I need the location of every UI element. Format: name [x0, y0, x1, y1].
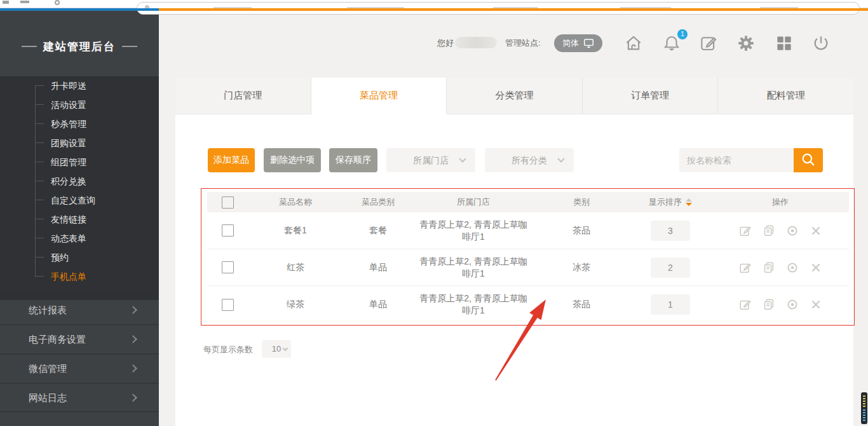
sort-toggle[interactable]	[686, 198, 692, 206]
sidebar-item-label: 升卡即送	[51, 81, 86, 91]
sort-order-input[interactable]: 3	[651, 221, 690, 241]
tree-tick	[35, 219, 44, 219]
compose-icon[interactable]	[699, 34, 718, 53]
sidebar-item-group-buy[interactable]: 团购设置	[0, 134, 159, 153]
sidebar-item-friend-links[interactable]: 友情链接	[0, 210, 159, 229]
tree-tick	[35, 276, 44, 277]
sidebar-item-dynamic-form[interactable]: 动态表单	[0, 229, 159, 248]
col-store: 所属门店	[413, 196, 534, 208]
dish-stores: 青青原上草2, 青青原上草咖啡厅1	[419, 292, 528, 317]
row-checkbox[interactable]	[222, 224, 234, 237]
view-icon[interactable]	[785, 224, 799, 238]
category-filter-dropdown[interactable]: 所有分类	[485, 148, 574, 172]
tab-label: 菜品管理	[360, 90, 398, 102]
tab-category-mgmt[interactable]: 分类管理	[447, 78, 583, 114]
delete-icon[interactable]	[809, 261, 823, 275]
tab-label: 配料管理	[767, 90, 805, 102]
sort-asc-icon[interactable]	[686, 198, 692, 202]
table-row: 绿茶 单品 青青原上草2, 青青原上草咖啡厅1 茶品 1	[207, 286, 849, 323]
dish-type: 单品	[343, 262, 413, 273]
sidebar-accent-bar	[0, 8, 159, 11]
chevron-down-icon	[459, 155, 466, 162]
language-pill-button[interactable]: 简体	[554, 34, 602, 52]
copy-icon[interactable]	[762, 298, 776, 312]
add-dish-button[interactable]: 添加菜品	[208, 148, 255, 172]
select-all-checkbox[interactable]	[222, 196, 234, 209]
copy-icon[interactable]	[762, 261, 776, 275]
search-input[interactable]	[679, 148, 794, 172]
col-dish-name: 菜品名称	[248, 196, 343, 208]
tree-tick	[35, 181, 44, 181]
dish-name: 绿茶	[248, 299, 343, 310]
settings-icon[interactable]	[736, 34, 756, 53]
sidebar-item-upgrade-gift[interactable]: 升卡即送	[0, 76, 159, 95]
sidebar-item-points-exchange[interactable]: 积分兑换	[0, 172, 159, 191]
language-label: 简体	[562, 38, 579, 49]
store-filter-dropdown[interactable]: 所属门店	[386, 148, 475, 172]
dish-name: 红茶	[248, 262, 343, 273]
section-label: 网站日志	[29, 392, 67, 403]
store-filter-label: 所属门店	[413, 155, 449, 165]
dish-category: 茶品	[534, 299, 629, 310]
delete-icon[interactable]	[809, 298, 823, 312]
sidebar-section-ecommerce[interactable]: 电子商务设置	[0, 324, 159, 354]
dish-type: 套餐	[343, 225, 413, 237]
tree-tick	[35, 104, 44, 105]
row-checkbox[interactable]	[222, 299, 234, 311]
sidebar-item-label: 秒杀管理	[51, 119, 86, 129]
home-icon[interactable]	[624, 34, 643, 53]
logo-dash-right	[122, 46, 137, 47]
edit-icon[interactable]	[738, 261, 752, 275]
sidebar-section-site-logs[interactable]: 网站日志	[0, 383, 159, 412]
save-order-button[interactable]: 保存顺序	[329, 148, 377, 172]
copy-icon[interactable]	[762, 224, 776, 238]
sort-order-input[interactable]: 2	[651, 258, 690, 278]
browser-chrome-strip	[0, 0, 868, 8]
greeting-text: 您好	[437, 35, 454, 52]
sidebar-item-activity-settings[interactable]: 活动设置	[0, 95, 159, 114]
scrollbar-thumb[interactable]	[861, 392, 867, 424]
col-category: 类别	[534, 196, 629, 208]
sidebar-item-flash-sale[interactable]: 秒杀管理	[0, 114, 159, 134]
edit-icon[interactable]	[738, 298, 752, 312]
tab-dish-mgmt[interactable]: 菜品管理	[311, 78, 447, 114]
sidebar-item-label: 友情链接	[51, 214, 86, 224]
sidebar-item-label: 积分兑换	[51, 176, 86, 186]
monitor-icon	[583, 38, 594, 48]
section-label: 电子商务设置	[29, 334, 86, 345]
tab-bar: 门店管理 菜品管理 分类管理 订单管理 配料管理	[175, 78, 853, 114]
sidebar-section-wechat[interactable]: 微信管理	[0, 354, 159, 383]
tab-store-mgmt[interactable]: 门店管理	[175, 78, 311, 114]
sidebar-item-custom-query[interactable]: 自定义查询	[0, 191, 159, 210]
sidebar-item-label: 手机点单	[51, 271, 86, 282]
content-accent-bar	[159, 8, 868, 11]
power-icon[interactable]	[811, 34, 831, 53]
sidebar-item-reservation[interactable]: 预约	[0, 248, 159, 267]
sidebar: 建站管理后台 升卡即送 活动设置 秒杀管理 团购设置 组团管理 积分兑换 自定义…	[0, 11, 159, 426]
app-title: 建站管理后台	[43, 39, 116, 54]
tab-order-mgmt[interactable]: 订单管理	[583, 78, 719, 114]
sidebar-item-label: 组团管理	[51, 157, 86, 167]
sidebar-item-mobile-ordering[interactable]: 手机点单	[0, 267, 159, 286]
search-button[interactable]	[794, 148, 823, 172]
section-label: 统计报表	[29, 305, 67, 315]
page-size-value: 10	[272, 344, 281, 354]
sort-order-input[interactable]: 1	[651, 294, 690, 315]
page-size-select[interactable]: 10	[262, 340, 291, 358]
delete-selected-button[interactable]: 删除选中项	[264, 148, 321, 172]
delete-icon[interactable]	[809, 224, 823, 238]
tab-ingredient-mgmt[interactable]: 配料管理	[718, 78, 853, 114]
dish-stores: 青青原上草2, 青青原上草咖啡厅1	[419, 219, 528, 243]
sidebar-section-statistics[interactable]: 统计报表	[0, 295, 159, 324]
tree-tick	[35, 85, 44, 86]
sort-desc-icon[interactable]	[686, 203, 692, 206]
view-icon[interactable]	[785, 298, 799, 312]
apps-icon[interactable]	[775, 34, 794, 53]
chevron-down-icon	[283, 346, 288, 351]
sidebar-item-team-mgmt[interactable]: 组团管理	[0, 153, 159, 172]
row-checkbox[interactable]	[222, 261, 234, 273]
edit-icon[interactable]	[738, 224, 752, 238]
chevron-down-icon	[557, 155, 564, 162]
view-icon[interactable]	[785, 261, 799, 275]
search-icon	[800, 151, 817, 168]
